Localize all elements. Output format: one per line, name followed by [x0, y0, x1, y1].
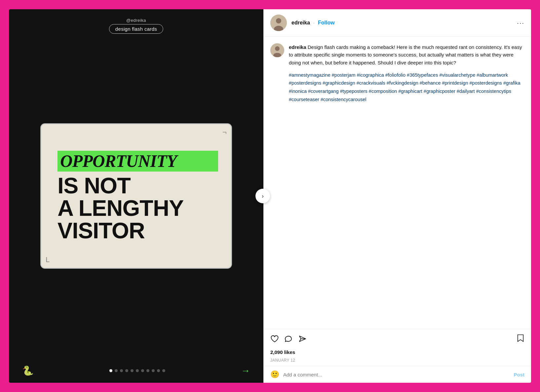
handle-label-group: @edreika design flash cards [109, 18, 163, 34]
post-comment-button[interactable]: Post [514, 372, 524, 377]
header-username: edreika [291, 20, 310, 26]
comment-avatar [270, 43, 284, 57]
comment-section: 🙂 Post [264, 366, 531, 383]
caption-text-block: edreika Design flash cards making a come… [289, 43, 524, 103]
card-highlight-text: OPPORTUNITY [60, 152, 177, 171]
at-handle: @edreika [126, 18, 146, 23]
slide-dots [109, 369, 165, 372]
snake-icon: 🐍 [22, 365, 34, 376]
svg-point-4 [275, 46, 280, 51]
svg-point-1 [276, 18, 281, 23]
card-line2: A LENGTHY [58, 195, 183, 220]
channel-label: design flash cards [109, 24, 163, 34]
next-slide-button[interactable]: › [255, 189, 270, 203]
hashtags-block: #amnestymagazine #posterjam #icographica… [289, 71, 524, 104]
post-header: edreika · Follow ··· [264, 9, 531, 37]
comment-button[interactable] [284, 334, 293, 344]
caption-username: edreika [289, 44, 306, 50]
header-user-info: edreika · Follow [291, 20, 512, 26]
flash-card: OPPORTUNITY IS NOT A LENGTHY VISITOR [40, 123, 232, 269]
post-content-area: edreika Design flash cards making a come… [264, 37, 531, 329]
save-button[interactable] [517, 334, 524, 345]
post-caption: edreika Design flash cards making a come… [270, 43, 524, 103]
hashtags-text: #amnestymagazine #posterjam #icographica… [289, 72, 520, 102]
dot-5 [131, 369, 134, 372]
card-main-text: IS NOT A LENGTHY VISITOR [58, 174, 218, 242]
dot-7 [141, 369, 144, 372]
more-options-button[interactable]: ··· [517, 19, 524, 27]
likes-count: 2,090 likes [270, 349, 295, 355]
dot-9 [152, 369, 155, 372]
forward-arrow-icon[interactable]: → [241, 366, 250, 376]
avatar [270, 15, 287, 31]
card-highlight-box: OPPORTUNITY [58, 151, 218, 172]
card-line1: IS NOT [58, 173, 131, 198]
likes-section: 2,090 likes [264, 348, 531, 357]
dot-4 [125, 369, 128, 372]
bottom-navigation-bar: 🐍 → [9, 365, 263, 376]
caption-body: Design flash cards making a comeback! He… [289, 44, 522, 65]
dot-2 [115, 369, 118, 372]
right-info-panel: edreika · Follow ··· edreik [263, 9, 531, 383]
comment-input[interactable] [283, 372, 510, 377]
emoji-button[interactable]: 🙂 [270, 370, 279, 379]
left-media-panel: @edreika design flash cards OPPORTUNITY … [9, 9, 263, 383]
chevron-right-icon: › [262, 193, 264, 200]
dot-3 [120, 369, 123, 372]
dot-8 [146, 369, 149, 372]
like-button[interactable] [270, 334, 279, 344]
dot-10 [157, 369, 160, 372]
post-date: JANUARY 12 [264, 357, 531, 366]
dot-1 [109, 369, 112, 372]
share-button[interactable] [298, 334, 307, 344]
instagram-post-container: @edreika design flash cards OPPORTUNITY … [9, 9, 531, 383]
dot-11 [162, 369, 165, 372]
ellipsis-icon: ··· [517, 19, 524, 26]
card-line3: VISITOR [58, 218, 145, 243]
post-actions-bar [264, 329, 531, 348]
dot-6 [136, 369, 139, 372]
follow-button[interactable]: Follow [318, 20, 335, 26]
separator: · [313, 20, 315, 25]
